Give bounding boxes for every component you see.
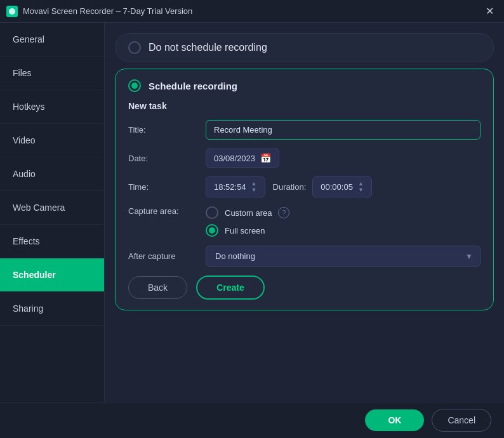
time-spinner[interactable]: ▲ ▼ xyxy=(251,181,257,193)
sidebar-item-sharing[interactable]: Sharing xyxy=(0,292,104,326)
duration-spinner[interactable]: ▲ ▼ xyxy=(358,181,364,193)
duration-down-arrow[interactable]: ▼ xyxy=(358,187,364,193)
time-input-wrap[interactable]: 18:52:54 ▲ ▼ xyxy=(206,176,265,197)
new-task-label: New task xyxy=(128,101,481,111)
sidebar-item-effects[interactable]: Effects xyxy=(0,225,104,258)
full-screen-radio[interactable] xyxy=(206,224,218,237)
duration-value: 00:00:05 xyxy=(321,182,353,192)
do-not-schedule-radio[interactable] xyxy=(128,41,141,54)
help-icon[interactable]: ? xyxy=(278,207,289,218)
sidebar-item-video[interactable]: Video xyxy=(0,124,104,157)
main-layout: General Files Hotkeys Video Audio Web Ca… xyxy=(0,23,504,402)
do-not-schedule-label: Do not schedule recording xyxy=(149,42,267,53)
schedule-recording-panel: Schedule recording New task Title: Date:… xyxy=(115,69,494,310)
titlebar-title: Movavi Screen Recorder – 7-Day Trial Ver… xyxy=(23,6,192,16)
sidebar-item-files[interactable]: Files xyxy=(0,56,104,90)
calendar-icon[interactable]: 📅 xyxy=(260,153,271,163)
content-area: Do not schedule recording Schedule recor… xyxy=(105,23,504,402)
duration-up-arrow[interactable]: ▲ xyxy=(358,181,364,187)
date-label: Date: xyxy=(128,154,198,163)
capture-area-row: Capture area: Custom area ? Full screen xyxy=(128,206,481,237)
after-capture-select[interactable]: Do nothing Save to file Show notificatio… xyxy=(206,246,481,267)
time-down-arrow[interactable]: ▼ xyxy=(251,187,257,193)
title-row: Title: xyxy=(128,120,481,140)
svg-point-0 xyxy=(9,8,15,15)
time-label: Time: xyxy=(128,182,198,192)
after-capture-row: After capture Do nothing Save to file Sh… xyxy=(128,246,481,267)
title-input[interactable] xyxy=(206,120,481,140)
custom-area-label: Custom area xyxy=(225,208,272,218)
app-icon xyxy=(6,6,18,17)
titlebar: Movavi Screen Recorder – 7-Day Trial Ver… xyxy=(0,0,504,23)
after-capture-dropdown-wrap: Do nothing Save to file Show notificatio… xyxy=(206,246,481,267)
ok-button[interactable]: OK xyxy=(365,409,424,431)
title-label: Title: xyxy=(128,125,198,135)
sidebar-item-scheduler[interactable]: Scheduler xyxy=(0,258,104,292)
capture-area-options: Custom area ? Full screen xyxy=(206,206,289,237)
date-input-wrap[interactable]: 03/08/2023 📅 xyxy=(206,149,279,168)
duration-group: Duration: 00:00:05 ▲ ▼ xyxy=(273,176,372,197)
schedule-recording-radio[interactable] xyxy=(128,79,141,92)
sidebar-item-audio[interactable]: Audio xyxy=(0,157,104,191)
do-not-schedule-option[interactable]: Do not schedule recording xyxy=(115,33,494,62)
schedule-header: Schedule recording xyxy=(128,79,481,92)
sidebar-item-webcamera[interactable]: Web Camera xyxy=(0,191,104,225)
sidebar-item-general[interactable]: General xyxy=(0,23,104,56)
after-capture-label: After capture xyxy=(128,251,198,261)
capture-area-label: Capture area: xyxy=(128,206,198,216)
full-screen-label: Full screen xyxy=(225,226,265,236)
schedule-recording-label: Schedule recording xyxy=(149,81,237,91)
back-button[interactable]: Back xyxy=(128,276,187,299)
duration-input-wrap[interactable]: 00:00:05 ▲ ▼ xyxy=(312,176,372,197)
date-value: 03/08/2023 xyxy=(214,154,255,163)
sidebar-item-hotkeys[interactable]: Hotkeys xyxy=(0,90,104,124)
cancel-button[interactable]: Cancel xyxy=(432,409,491,432)
close-button[interactable]: ✕ xyxy=(482,4,498,18)
custom-area-radio[interactable] xyxy=(206,206,218,219)
time-value: 18:52:54 xyxy=(214,182,246,192)
time-row: Time: 18:52:54 ▲ ▼ Duration: 00:00:05 ▲ … xyxy=(128,176,481,197)
create-button[interactable]: Create xyxy=(196,275,265,300)
sidebar: General Files Hotkeys Video Audio Web Ca… xyxy=(0,23,105,402)
time-up-arrow[interactable]: ▲ xyxy=(251,181,257,187)
full-screen-option[interactable]: Full screen xyxy=(206,224,289,237)
action-buttons: Back Create xyxy=(128,275,481,300)
footer: OK Cancel xyxy=(0,402,504,438)
duration-label: Duration: xyxy=(273,182,307,192)
custom-area-option[interactable]: Custom area ? xyxy=(206,206,289,219)
date-row: Date: 03/08/2023 📅 xyxy=(128,149,481,168)
